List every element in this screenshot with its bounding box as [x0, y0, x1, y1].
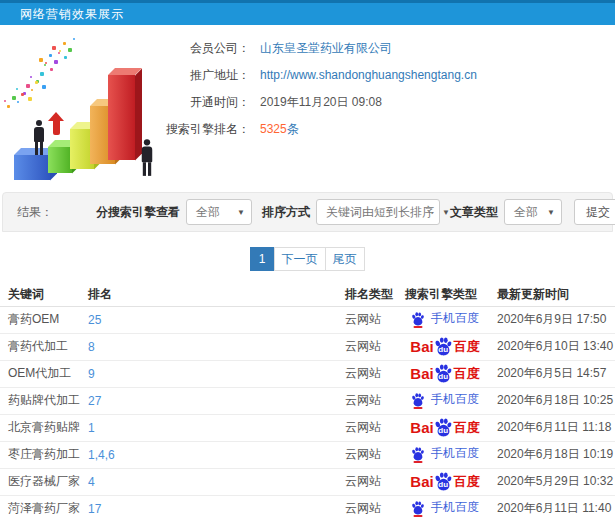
mobile-baidu-badge: 手机百度 [411, 499, 479, 516]
baidu-paw-icon: du [434, 472, 453, 491]
engine-cell: 手机百度 [398, 306, 492, 333]
bar-blue [14, 155, 50, 180]
rank-cell: 17 [81, 495, 338, 520]
baidu-logo: Baidu百度 [410, 364, 479, 383]
engine-cell: Baidu百度 [398, 360, 492, 387]
updated-cell: 2020年5月29日 10:32 [492, 468, 615, 495]
mobile-baidu-label: 手机百度 [431, 310, 479, 327]
table-row: OEM代加工9云网站Baidu百度2020年6月5日 14:57 [0, 360, 615, 387]
col-rank-type: 排名类型 [338, 284, 398, 306]
rank-cell: 8 [81, 333, 338, 360]
chevron-down-icon: ▼ [434, 208, 450, 217]
baidu-paw-icon [411, 447, 425, 461]
rank-type-cell: 云网站 [338, 387, 398, 414]
mobile-baidu-badge: 手机百度 [411, 310, 479, 327]
pagination: 1 下一页 尾页 [0, 247, 615, 271]
filter-controls: 分搜索引擎查看 全部 ▼ 排序方式 关键词由短到长排序 ▼ 文章类型 全部 ▼ … [86, 199, 612, 225]
rank-link[interactable]: 8 [88, 340, 95, 354]
company-link[interactable]: 山东皇圣堂药业有限公司 [260, 40, 392, 57]
keyword-cell: 药贴牌代加工 [0, 387, 81, 414]
baidu-logo: Baidu百度 [410, 418, 479, 437]
businessman-figure [32, 120, 46, 155]
article-type-select[interactable]: 全部 ▼ [504, 199, 562, 225]
open-time-value: 2019年11月20日 09:08 [260, 94, 382, 111]
rank-type-cell: 云网站 [338, 306, 398, 333]
updated-cell: 2020年6月18日 10:19 [492, 441, 615, 468]
baidu-paw-icon [411, 312, 425, 326]
rank-link[interactable]: 1,4,6 [88, 448, 115, 462]
keyword-table-body: 膏药OEM25云网站手机百度2020年6月9日 17:50膏药代加工8云网站Ba… [0, 306, 615, 520]
keyword-cell: OEM代加工 [0, 360, 81, 387]
table-row: 枣庄膏药加工1,4,6云网站手机百度2020年6月18日 10:19 [0, 441, 615, 468]
baidu-logo: Baidu百度 [410, 337, 479, 356]
table-header-row: 关键词 排名 排名类型 搜索引擎类型 最新更新时间 [0, 284, 615, 306]
engine-cell: 手机百度 [398, 495, 492, 520]
col-engine-type: 搜索引擎类型 [398, 284, 492, 306]
rank-cell: 9 [81, 360, 338, 387]
submit-button[interactable]: 提交 [574, 199, 615, 225]
updated-cell: 2020年6月11日 11:18 [492, 414, 615, 441]
mobile-baidu-badge: 手机百度 [411, 391, 479, 408]
article-type-label: 文章类型 [450, 204, 498, 221]
baidu-paw-icon [411, 501, 425, 515]
baidu-paw-icon [411, 393, 425, 407]
rank-count: 5325 [260, 122, 287, 136]
rank-type-cell: 云网站 [338, 333, 398, 360]
updated-cell: 2020年6月9日 17:50 [492, 306, 615, 333]
rank-link[interactable]: 27 [88, 394, 101, 408]
rank-cell: 4 [81, 468, 338, 495]
marketing-chart-illustration [2, 29, 187, 187]
bar-red [108, 75, 135, 160]
sort-select[interactable]: 关键词由短到长排序 ▼ [316, 199, 440, 225]
keyword-cell: 医疗器械厂家 [0, 468, 81, 495]
rank-type-cell: 云网站 [338, 441, 398, 468]
rank-link[interactable]: 17 [88, 502, 101, 516]
col-rank: 排名 [81, 284, 338, 306]
keyword-table: 关键词 排名 排名类型 搜索引擎类型 最新更新时间 膏药OEM25云网站手机百度… [0, 284, 615, 520]
table-row: 膏药OEM25云网站手机百度2020年6月9日 17:50 [0, 306, 615, 333]
rank-link[interactable]: 9 [88, 367, 95, 381]
rank-link[interactable]: 4 [88, 475, 95, 489]
rank-type-cell: 云网站 [338, 468, 398, 495]
rank-link[interactable]: 25 [88, 313, 101, 327]
rank-unit: 条 [287, 122, 299, 136]
mobile-baidu-label: 手机百度 [431, 391, 479, 408]
baidu-logo: Baidu百度 [410, 472, 479, 491]
sort-value: 关键词由短到长排序 [326, 204, 434, 221]
baidu-paw-icon: du [434, 418, 453, 437]
table-row: 北京膏药贴牌1云网站Baidu百度2020年6月11日 11:18 [0, 414, 615, 441]
rank-link[interactable]: 1 [88, 421, 95, 435]
engine-filter-value: 全部 [196, 204, 220, 221]
page-header: 网络营销效果展示 [0, 0, 615, 25]
member-info-section: 会员公司： 山东皇圣堂药业有限公司 推广地址： http://www.shand… [0, 25, 615, 192]
mobile-baidu-badge: 手机百度 [411, 445, 479, 462]
table-row: 菏泽膏药厂家17云网站手机百度2020年6月11日 11:40 [0, 495, 615, 520]
mobile-baidu-label: 手机百度 [431, 445, 479, 462]
table-row: 医疗器械厂家4云网站Baidu百度2020年5月29日 10:32 [0, 468, 615, 495]
businessman-figure [140, 139, 155, 176]
sort-label: 排序方式 [262, 204, 310, 221]
page-title: 网络营销效果展示 [20, 6, 124, 23]
keyword-cell: 北京膏药贴牌 [0, 414, 81, 441]
mobile-baidu-label: 手机百度 [431, 499, 479, 516]
chevron-down-icon: ▼ [229, 208, 245, 217]
col-updated: 最新更新时间 [492, 284, 615, 306]
page-button-current[interactable]: 1 [250, 247, 275, 271]
col-keyword: 关键词 [0, 284, 81, 306]
promotion-url-link[interactable]: http://www.shandonghuangshengtang.cn [260, 68, 477, 82]
updated-cell: 2020年6月11日 11:40 [492, 495, 615, 520]
engine-rank-value: 5325条 [260, 121, 299, 138]
rank-type-cell: 云网站 [338, 360, 398, 387]
last-page-button[interactable]: 尾页 [325, 247, 365, 271]
keyword-cell: 膏药代加工 [0, 333, 81, 360]
engine-cell: 手机百度 [398, 387, 492, 414]
baidu-paw-icon: du [434, 364, 453, 383]
rank-cell: 1,4,6 [81, 441, 338, 468]
updated-cell: 2020年6月10日 13:40 [492, 333, 615, 360]
next-page-button[interactable]: 下一页 [274, 247, 326, 271]
engine-cell: Baidu百度 [398, 468, 492, 495]
rank-type-cell: 云网站 [338, 414, 398, 441]
engine-filter-select[interactable]: 全部 ▼ [186, 199, 252, 225]
table-row: 药贴牌代加工27云网站手机百度2020年6月18日 10:25 [0, 387, 615, 414]
keyword-cell: 枣庄膏药加工 [0, 441, 81, 468]
